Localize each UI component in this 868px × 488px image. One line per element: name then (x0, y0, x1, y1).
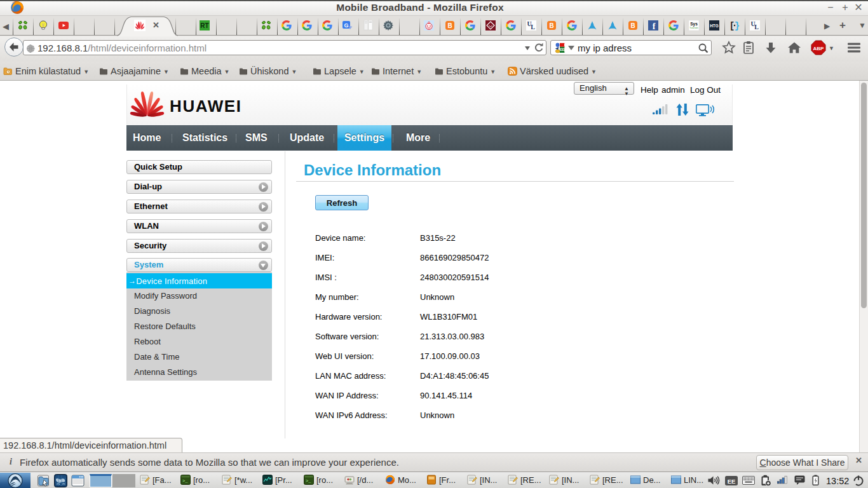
svg-text:B: B (549, 22, 553, 29)
svg-text:B: B (447, 22, 452, 29)
svg-text:ABP: ABP (813, 46, 825, 51)
svg-text:Sys: Sys (690, 22, 698, 27)
svg-text:>_: >_ (306, 478, 311, 484)
svg-text:RT: RT (200, 22, 208, 29)
svg-text:f: f (653, 22, 656, 30)
svg-text:B: B (630, 22, 635, 29)
svg-text:Tutorials: Tutorials (689, 27, 698, 29)
svg-text:EE: EE (728, 478, 736, 485)
svg-text:L: L (531, 24, 535, 30)
svg-text:L: L (754, 24, 759, 30)
svg-text:}: } (735, 21, 740, 30)
svg-text:EE: EE (560, 48, 565, 51)
svg-text:G: G (344, 22, 348, 29)
svg-text:>_: >_ (182, 478, 188, 484)
svg-text:HTG: HTG (710, 24, 719, 28)
